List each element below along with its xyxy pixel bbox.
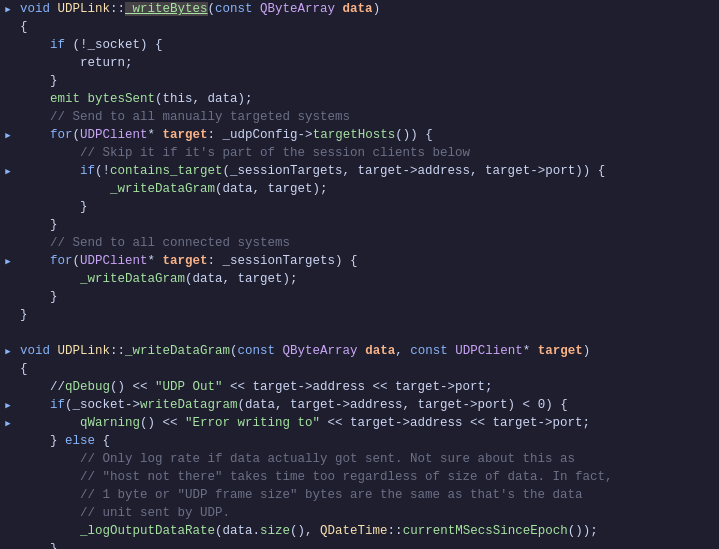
code-line: } (16, 198, 719, 216)
line-content: if(!contains_target(_sessionTargets, tar… (20, 162, 719, 180)
gutter-arrow[interactable]: ▶ (0, 414, 16, 432)
code-line: _logOutputDataRate(data.size(), QDateTim… (16, 522, 719, 540)
code-line: } (16, 288, 719, 306)
line-content: //qDebug() << "UDP Out" << target->addre… (20, 378, 719, 396)
gutter-arrow (0, 540, 16, 549)
line-content: if(_socket->writeDatagram(data, target->… (20, 396, 719, 414)
gutter-arrow (0, 468, 16, 486)
gutter-arrow (0, 144, 16, 162)
line-content: } (20, 288, 719, 306)
code-line: // Send to all connected systems (16, 234, 719, 252)
gutter-arrow (0, 72, 16, 90)
code-line: } (16, 306, 719, 324)
code-line: } (16, 72, 719, 90)
line-content: if (!_socket) { (20, 36, 719, 54)
gutter-arrow (0, 288, 16, 306)
gutter-arrow (0, 108, 16, 126)
code-line: { (16, 360, 719, 378)
code-line: //qDebug() << "UDP Out" << target->addre… (16, 378, 719, 396)
code-line: void UDPLink::_writeDataGram(const QByte… (16, 342, 719, 360)
code-line: _writeDataGram(data, target); (16, 270, 719, 288)
code-line: // Send to all manually targeted systems (16, 108, 719, 126)
gutter-arrow[interactable]: ▶ (0, 342, 16, 360)
line-content: // Send to all connected systems (20, 234, 719, 252)
gutter-arrow (0, 270, 16, 288)
gutter-arrow (0, 306, 16, 324)
code-line: // Skip it if it's part of the session c… (16, 144, 719, 162)
line-content: } (20, 216, 719, 234)
gutter-arrow (0, 198, 16, 216)
gutter-arrow (0, 90, 16, 108)
code-line: qWarning() << "Error writing to" << targ… (16, 414, 719, 432)
line-content: { (20, 18, 719, 36)
gutter-arrow[interactable]: ▶ (0, 396, 16, 414)
gutter-arrow (0, 378, 16, 396)
line-content: // "host not there" takes time too regar… (20, 468, 719, 486)
gutter-arrow (0, 324, 16, 342)
gutter-arrow (0, 180, 16, 198)
gutter-arrow[interactable]: ▶ (0, 162, 16, 180)
gutter-arrow (0, 234, 16, 252)
gutter-arrow (0, 216, 16, 234)
code-line: emit bytesSent(this, data); (16, 90, 719, 108)
gutter-arrow (0, 486, 16, 504)
line-content: void UDPLink::_writeBytes(const QByteArr… (20, 0, 719, 18)
code-editor: ▶▶▶▶▶▶▶ void UDPLink::_writeBytes(const … (0, 0, 719, 549)
line-content: } (20, 198, 719, 216)
line-content: // Send to all manually targeted systems (20, 108, 719, 126)
line-content: // 1 byte or "UDP frame size" bytes are … (20, 486, 719, 504)
code-line: return; (16, 54, 719, 72)
line-content: } (20, 306, 719, 324)
line-content: // unit sent by UDP. (20, 504, 719, 522)
line-content: _writeDataGram(data, target); (20, 180, 719, 198)
gutter-arrow (0, 504, 16, 522)
line-content: return; (20, 54, 719, 72)
line-content: } else { (20, 432, 719, 450)
gutter-arrow (0, 432, 16, 450)
gutter-arrow[interactable]: ▶ (0, 252, 16, 270)
line-content: for(UDPClient* target: _udpConfig->targe… (20, 126, 719, 144)
line-content: // Skip it if it's part of the session c… (20, 144, 719, 162)
code-line: if (!_socket) { (16, 36, 719, 54)
gutter: ▶▶▶▶▶▶▶ (0, 0, 16, 549)
code-line: _writeDataGram(data, target); (16, 180, 719, 198)
code-line: // Only log rate if data actually got se… (16, 450, 719, 468)
line-content: } (20, 540, 719, 549)
line-content: for(UDPClient* target: _sessionTargets) … (20, 252, 719, 270)
code-line: { (16, 18, 719, 36)
code-line: } (16, 216, 719, 234)
line-content (20, 324, 719, 342)
code-line: // unit sent by UDP. (16, 504, 719, 522)
gutter-arrow[interactable]: ▶ (0, 0, 16, 18)
gutter-arrow[interactable]: ▶ (0, 126, 16, 144)
line-content: { (20, 360, 719, 378)
line-content: emit bytesSent(this, data); (20, 90, 719, 108)
code-line: for(UDPClient* target: _udpConfig->targe… (16, 126, 719, 144)
line-content: _writeDataGram(data, target); (20, 270, 719, 288)
code-line: // 1 byte or "UDP frame size" bytes are … (16, 486, 719, 504)
code-area[interactable]: void UDPLink::_writeBytes(const QByteArr… (16, 0, 719, 549)
code-line (16, 324, 719, 342)
code-line: } else { (16, 432, 719, 450)
gutter-arrow (0, 18, 16, 36)
line-content: } (20, 72, 719, 90)
code-line: if(!contains_target(_sessionTargets, tar… (16, 162, 719, 180)
gutter-arrow (0, 36, 16, 54)
gutter-arrow (0, 360, 16, 378)
line-content: // Only log rate if data actually got se… (20, 450, 719, 468)
gutter-arrow (0, 450, 16, 468)
code-line: // "host not there" takes time too regar… (16, 468, 719, 486)
gutter-arrow (0, 54, 16, 72)
code-line: if(_socket->writeDatagram(data, target->… (16, 396, 719, 414)
code-line: for(UDPClient* target: _sessionTargets) … (16, 252, 719, 270)
code-line: } (16, 540, 719, 549)
line-content: _logOutputDataRate(data.size(), QDateTim… (20, 522, 719, 540)
code-line: void UDPLink::_writeBytes(const QByteArr… (16, 0, 719, 18)
line-content: qWarning() << "Error writing to" << targ… (20, 414, 719, 432)
line-content: void UDPLink::_writeDataGram(const QByte… (20, 342, 719, 360)
gutter-arrow (0, 522, 16, 540)
